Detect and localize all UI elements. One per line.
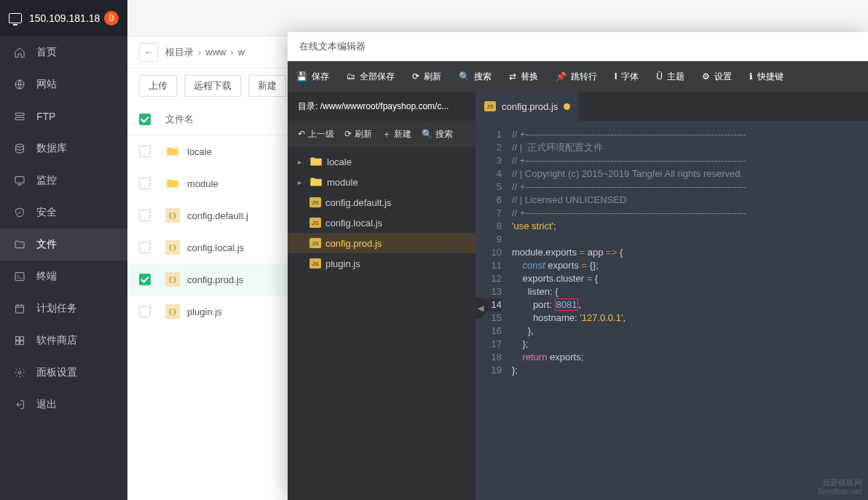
tree-item-label: locale bbox=[327, 156, 352, 167]
code-area[interactable]: ◀ 12345678910111213141516171819 // +----… bbox=[476, 121, 868, 500]
sidebar-item-label: 退出 bbox=[36, 398, 57, 411]
tree-item[interactable]: JSconfig.prod.js bbox=[288, 233, 476, 253]
sidebar-header: 150.109.181.18 0 bbox=[0, 0, 127, 36]
back-button[interactable]: ← bbox=[139, 43, 158, 62]
sidebar-item-settings[interactable]: 面板设置 bbox=[0, 357, 127, 389]
sidebar: 150.109.181.18 0 首页网站FTP数据库监控安全文件终端计划任务软… bbox=[0, 0, 127, 500]
sidebar-item-file[interactable]: 文件 bbox=[0, 229, 127, 261]
site-icon bbox=[13, 78, 26, 91]
sidebar-item-ftp[interactable]: FTP bbox=[0, 100, 127, 132]
search-button[interactable]: 🔍搜索 bbox=[450, 61, 500, 92]
cron-icon bbox=[13, 302, 26, 315]
editor-tab[interactable]: JS config.prod.js bbox=[476, 92, 579, 121]
sidebar-item-label: 监控 bbox=[36, 174, 57, 187]
sidebar-item-db[interactable]: 数据库 bbox=[0, 132, 127, 164]
settings-button[interactable]: ⚙设置 bbox=[693, 61, 741, 92]
sidebar-item-store[interactable]: 软件商店 bbox=[0, 325, 127, 357]
save-button[interactable]: 💾保存 bbox=[288, 61, 338, 92]
sidebar-item-monitor[interactable]: 监控 bbox=[0, 164, 127, 197]
row-checkbox[interactable] bbox=[139, 242, 151, 253]
row-checkbox[interactable] bbox=[139, 306, 151, 317]
file-icon bbox=[13, 238, 26, 251]
svg-rect-8 bbox=[20, 337, 24, 341]
svg-rect-10 bbox=[20, 341, 24, 345]
editor-tabs: JS config.prod.js bbox=[476, 92, 868, 121]
tree-item-label: config.default.js bbox=[326, 197, 391, 208]
folder-icon bbox=[309, 177, 323, 187]
db-icon bbox=[13, 142, 26, 155]
tree-item-label: config.local.js bbox=[326, 218, 382, 229]
expand-arrow-icon: ▸ bbox=[298, 158, 307, 166]
save-all-button[interactable]: 🗂全部保存 bbox=[338, 61, 403, 92]
folder-icon bbox=[165, 144, 180, 159]
sidebar-item-home[interactable]: 首页 bbox=[0, 36, 127, 68]
sidebar-item-label: 数据库 bbox=[36, 142, 67, 155]
monitor-icon bbox=[13, 174, 26, 187]
tree-item-label: config.prod.js bbox=[326, 238, 382, 249]
breadcrumb-item[interactable]: www bbox=[205, 47, 226, 57]
theme-button[interactable]: Ü主题 bbox=[647, 61, 693, 92]
notification-badge[interactable]: 0 bbox=[104, 11, 119, 25]
tree-item[interactable]: JSconfig.default.js bbox=[288, 192, 476, 213]
remote-download-button[interactable]: 远程下载 bbox=[184, 75, 241, 97]
new-button[interactable]: 新建 bbox=[248, 75, 286, 97]
sidebar-item-cron[interactable]: 计划任务 bbox=[0, 293, 127, 325]
sidebar-item-site[interactable]: 网站 bbox=[0, 68, 127, 100]
sidebar-item-label: 文件 bbox=[36, 238, 57, 251]
tree-item[interactable]: ▸locale bbox=[288, 151, 476, 172]
file-name: config.prod.js bbox=[187, 274, 243, 285]
nav-new-button[interactable]: ＋ 新建 bbox=[382, 128, 411, 140]
js-file-icon: JS bbox=[309, 258, 321, 269]
select-all-checkbox[interactable] bbox=[139, 114, 151, 125]
sidebar-item-label: 软件商店 bbox=[36, 334, 77, 347]
sidebar-item-label: 计划任务 bbox=[36, 302, 77, 315]
sidebar-item-security[interactable]: 安全 bbox=[0, 197, 127, 229]
editor-file-nav: 目录: /www/wwwroot/fpayshop.com/c... ↶ 上一级… bbox=[288, 92, 476, 500]
unsaved-indicator-icon bbox=[564, 103, 570, 110]
shortcuts-button[interactable]: ℹ快捷键 bbox=[741, 61, 792, 92]
nav-search-button[interactable]: 🔍 搜索 bbox=[422, 128, 453, 140]
col-name-header[interactable]: 文件名 bbox=[165, 113, 194, 126]
editor-nav-bar: ↶ 上一级 ⟳ 刷新 ＋ 新建 🔍 搜索 bbox=[288, 121, 476, 147]
font-button[interactable]: I字体 bbox=[606, 61, 647, 92]
svg-point-3 bbox=[16, 144, 24, 147]
refresh-button[interactable]: ⟳刷新 bbox=[403, 61, 450, 92]
monitor-icon bbox=[9, 13, 22, 23]
tree-item[interactable]: JSconfig.local.js bbox=[288, 213, 476, 233]
expand-arrow-icon: ▸ bbox=[298, 178, 307, 186]
replace-button[interactable]: ⇄替换 bbox=[500, 61, 547, 92]
js-file-icon: JS bbox=[309, 238, 321, 248]
row-checkbox[interactable] bbox=[139, 210, 151, 221]
editor-toolbar: 💾保存 🗂全部保存 ⟳刷新 🔍搜索 ⇄替换 📌跳转行 I字体 Ü主题 ⚙设置 ℹ… bbox=[288, 61, 868, 92]
svg-rect-2 bbox=[15, 117, 24, 119]
js-file-icon: JS bbox=[484, 101, 496, 111]
nav-refresh-button[interactable]: ⟳ 刷新 bbox=[344, 128, 372, 140]
breadcrumb-item[interactable]: w bbox=[238, 47, 245, 57]
sidebar-item-logout[interactable]: 退出 bbox=[0, 389, 127, 421]
svg-rect-9 bbox=[16, 341, 20, 345]
security-icon bbox=[13, 206, 26, 219]
tree-item[interactable]: ▸module bbox=[288, 172, 476, 192]
svg-rect-4 bbox=[15, 177, 24, 183]
upload-button[interactable]: 上传 bbox=[139, 75, 177, 97]
row-checkbox[interactable] bbox=[139, 178, 151, 189]
goto-line-button[interactable]: 📌跳转行 bbox=[547, 61, 606, 92]
tree-item[interactable]: JSplugin.js bbox=[288, 253, 476, 274]
sidebar-item-label: 面板设置 bbox=[36, 366, 77, 379]
file-name: config.local.js bbox=[187, 242, 244, 253]
nav-up-button[interactable]: ↶ 上一级 bbox=[298, 128, 334, 140]
file-name: locale bbox=[187, 146, 212, 157]
row-checkbox[interactable] bbox=[139, 146, 151, 157]
file-name: plugin.js bbox=[187, 306, 222, 317]
sidebar-item-terminal[interactable]: 终端 bbox=[0, 261, 127, 293]
sidebar-item-label: 终端 bbox=[36, 270, 57, 283]
terminal-icon bbox=[13, 270, 26, 283]
js-file-icon: JS bbox=[309, 218, 321, 228]
svg-point-11 bbox=[18, 371, 21, 374]
breadcrumb-root[interactable]: 根目录 bbox=[165, 46, 194, 59]
svg-rect-6 bbox=[16, 305, 24, 313]
ftp-icon bbox=[13, 110, 26, 123]
row-checkbox[interactable] bbox=[139, 274, 151, 285]
file-name: module bbox=[187, 178, 218, 189]
code-content[interactable]: // +------------------------------------… bbox=[508, 121, 868, 500]
